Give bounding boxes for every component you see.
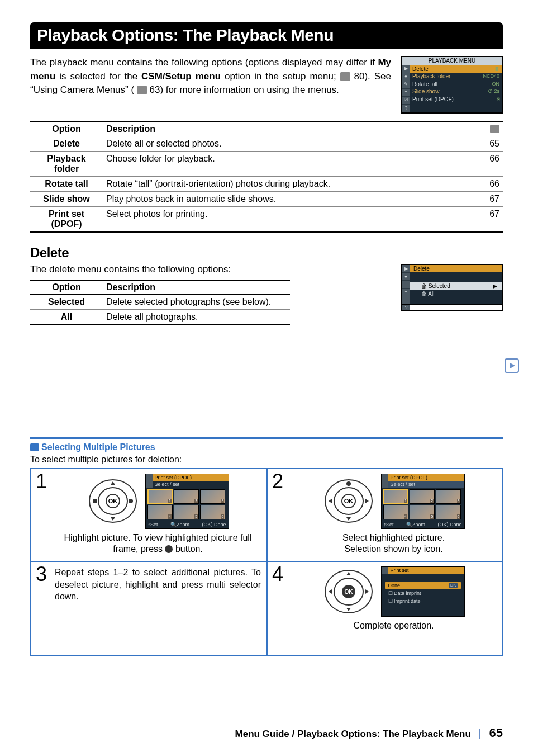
lcd-playback-menu: PLAYBACK MENU ▶ ● ✎ Υ ☑ Delete🗑 Playback… xyxy=(401,56,503,114)
ok-badge: OK xyxy=(449,583,458,588)
opt-name: Playback folder xyxy=(30,151,103,176)
step-caption: Highlight picture. To view highlighted p… xyxy=(55,532,261,556)
lcd-sidebar-icon: ✎ xyxy=(402,81,410,89)
ftr: ↕Set xyxy=(384,522,394,527)
page-number: 65 xyxy=(489,726,503,740)
step-caption: Complete operation. xyxy=(291,620,496,632)
lcd-item-right: ON xyxy=(492,81,500,88)
box-title: Selecting Multiple Pictures xyxy=(30,442,503,452)
opt-name: Rotate tall xyxy=(30,176,103,191)
page-ref-icon xyxy=(490,125,499,133)
lcd-footer-icon: ? xyxy=(402,105,410,112)
svg-text:OK: OK xyxy=(108,498,117,504)
lcd-item: All xyxy=(428,291,434,297)
lcd-item: Data imprint xyxy=(388,590,421,596)
lcd-sidebar-icon: Υ xyxy=(402,289,410,296)
t: Selecting Multiple Pictures xyxy=(41,442,155,452)
lcd-sidebar-icon: ● xyxy=(402,273,410,281)
opt-desc: Delete selected photographs (see below). xyxy=(103,294,290,309)
lcd-title: PLAYBACK MENU xyxy=(402,57,502,65)
ftr: (OK) Done xyxy=(202,522,226,527)
opt-desc: Delete all or selected photos. xyxy=(103,136,469,151)
thumb-num: 5 xyxy=(194,514,198,519)
thumb-num: 4 xyxy=(404,514,407,519)
box-subtitle: To select multiple pictures for deletion… xyxy=(30,455,503,465)
t: The playback menu contains the following… xyxy=(30,57,378,68)
svg-text:OK: OK xyxy=(344,589,353,595)
svg-marker-25 xyxy=(365,589,369,594)
step-number: 3 xyxy=(36,564,47,584)
lcd-subtitle: Select / set xyxy=(153,481,229,488)
thumb-num: 1 xyxy=(168,499,172,503)
opt-desc: Choose folder for playback. xyxy=(103,151,469,176)
svg-marker-16 xyxy=(329,499,332,503)
opt-desc: Play photos back in automatic slide show… xyxy=(103,191,469,206)
th-desc: Description xyxy=(103,280,290,295)
lcd-item-right: NCD40 xyxy=(483,73,499,80)
multi-selector-icon: OK xyxy=(323,568,374,616)
delete-heading: Delete xyxy=(30,245,503,261)
lcd-item-right: ⏱ 2s xyxy=(488,88,499,95)
options-table: Option Description DeleteDelete all or s… xyxy=(30,121,503,233)
ftr: ↕Set xyxy=(148,522,158,527)
thumb-num: 3 xyxy=(457,499,460,503)
playback-tab-icon xyxy=(504,358,520,374)
lcd-sidebar-icon: ● xyxy=(402,73,410,81)
lcd-step-4: Print set DoneOK Data imprint Imprint da… xyxy=(381,566,465,617)
t: button. xyxy=(175,544,203,554)
opt-name: Selected xyxy=(30,294,103,309)
thumb-num: 6 xyxy=(221,514,225,519)
svg-marker-15 xyxy=(346,517,351,521)
thumb-num: 5 xyxy=(430,514,434,519)
lcd-item: Done xyxy=(388,583,401,588)
svg-text:OK: OK xyxy=(344,498,353,504)
lcd-item: Delete xyxy=(412,66,429,73)
ref-icon xyxy=(340,72,350,81)
lcd-title: Print set (DPOF) xyxy=(388,474,464,481)
thumb-num: 1 xyxy=(404,499,407,503)
t: Highlight picture. To view highlighted p… xyxy=(64,533,252,554)
lcd-item: Print set (DPOF) xyxy=(412,96,454,103)
lcd-sidebar-icon: ▶ xyxy=(402,265,410,273)
opt-desc: Delete all photographs. xyxy=(103,309,290,325)
t: option in the setup menu; xyxy=(225,71,340,82)
th-option: Option xyxy=(30,122,103,136)
svg-marker-1 xyxy=(510,363,515,368)
delete-table: Option Description SelectedDelete select… xyxy=(30,280,290,325)
opt-page: 67 xyxy=(469,191,503,206)
t: is selected for the xyxy=(59,71,141,82)
opt-name: Delete xyxy=(30,136,103,151)
lcd-item-right: ⎘ xyxy=(497,96,499,103)
opt-page: 65 xyxy=(469,136,503,151)
svg-marker-22 xyxy=(346,572,351,575)
lcd-sidebar: ▶ ● ✎ Υ ☑ xyxy=(402,65,410,105)
svg-marker-7 xyxy=(111,517,115,521)
lcd-item: Slide show xyxy=(412,88,439,95)
lcd-item: Playback folder xyxy=(412,73,450,80)
lcd-subtitle: Select / set xyxy=(388,481,464,488)
th-option: Option xyxy=(30,280,103,295)
lcd-sidebar-icon xyxy=(402,296,410,304)
step-number: 2 xyxy=(272,471,283,492)
svg-marker-6 xyxy=(111,481,115,485)
lcd-title: Print set (DPOF) xyxy=(153,474,229,481)
t: CSM/Setup menu xyxy=(141,71,221,82)
svg-point-8 xyxy=(93,499,97,503)
svg-marker-23 xyxy=(346,608,351,611)
delete-intro: The delete menu contains the following o… xyxy=(30,264,391,275)
lcd-sidebar-icon xyxy=(402,281,410,289)
lcd-delete-menu: ▶ ● Υ Delete 🗑 Selected▶ 🗑 All ? xyxy=(401,264,503,311)
svg-marker-24 xyxy=(329,589,332,594)
thumb-num: 4 xyxy=(168,514,172,519)
step-text: Repeat steps 1–2 to select additional pi… xyxy=(55,566,261,603)
svg-point-9 xyxy=(129,499,133,503)
thumb-num: 6 xyxy=(457,514,460,519)
step-number: 4 xyxy=(272,564,283,584)
lcd-item-right: 🗑 xyxy=(494,66,499,73)
thumb-num: 3 xyxy=(221,499,225,503)
svg-point-14 xyxy=(346,481,351,486)
t: 63) for more information on using the me… xyxy=(150,84,339,95)
lcd-step-2: Print set (DPOF)Select / set 1 2 3 4 5 6… xyxy=(381,474,465,529)
lcd-step-1: Print set (DPOF)Select / set 1 2 3 4 5 6… xyxy=(145,474,229,529)
footer-text: Menu Guide / Playback Options: The Playb… xyxy=(235,729,471,739)
